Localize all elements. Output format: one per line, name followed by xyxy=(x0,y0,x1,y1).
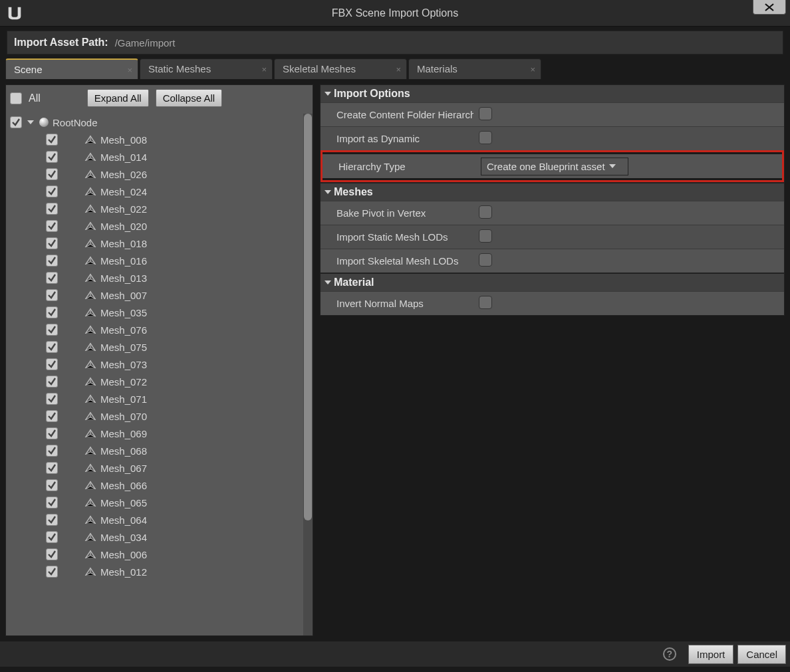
node-checkbox[interactable] xyxy=(46,531,58,543)
import-button[interactable]: Import xyxy=(688,645,734,664)
node-checkbox[interactable] xyxy=(46,220,58,232)
scrollbar-thumb[interactable] xyxy=(304,114,312,520)
tree-row[interactable]: Mesh_022 xyxy=(9,200,303,217)
tree-root-row[interactable]: RootNode xyxy=(9,114,303,131)
static-mesh-icon xyxy=(84,238,96,249)
tree-row[interactable]: Mesh_006 xyxy=(9,546,303,563)
node-checkbox[interactable] xyxy=(46,376,58,388)
node-checkbox[interactable] xyxy=(10,116,22,128)
tree-row[interactable]: Mesh_069 xyxy=(9,425,303,442)
static-mesh-icon xyxy=(84,549,96,560)
static-mesh-icon xyxy=(84,152,96,162)
static-lods-checkbox[interactable] xyxy=(479,229,492,243)
tree-row[interactable]: Mesh_008 xyxy=(9,131,303,148)
tab-scene[interactable]: Scene × xyxy=(5,58,138,79)
expand-all-button[interactable]: Expand All xyxy=(87,89,149,107)
skeletal-lods-checkbox[interactable] xyxy=(479,253,492,267)
tree-row[interactable]: Mesh_035 xyxy=(9,304,303,321)
node-checkbox[interactable] xyxy=(46,445,58,457)
tree-row[interactable]: Mesh_024 xyxy=(9,183,303,200)
tree-row[interactable]: Mesh_068 xyxy=(9,442,303,459)
import-as-dynamic-checkbox[interactable] xyxy=(479,131,492,144)
static-mesh-icon xyxy=(84,290,96,300)
import-as-dynamic-row: Import as Dynamic xyxy=(321,126,784,150)
all-checkbox[interactable] xyxy=(10,92,22,104)
node-checkbox[interactable] xyxy=(46,548,58,560)
hierarchy-type-dropdown[interactable]: Create one Blueprint asset xyxy=(481,158,628,175)
node-checkbox[interactable] xyxy=(46,497,58,508)
node-label: Mesh_071 xyxy=(100,393,147,405)
cancel-button[interactable]: Cancel xyxy=(737,645,786,664)
node-checkbox[interactable] xyxy=(46,341,58,353)
node-label: Mesh_034 xyxy=(100,532,147,543)
node-checkbox[interactable] xyxy=(46,427,58,439)
tree-row[interactable]: Mesh_013 xyxy=(9,269,303,286)
node-checkbox[interactable] xyxy=(46,168,58,180)
close-icon[interactable]: × xyxy=(530,64,535,74)
node-checkbox[interactable] xyxy=(46,479,58,491)
help-button[interactable]: ? xyxy=(663,647,676,661)
node-checkbox[interactable] xyxy=(46,324,58,336)
node-checkbox[interactable] xyxy=(46,410,58,422)
node-checkbox[interactable] xyxy=(46,237,58,249)
tree-row[interactable]: Mesh_007 xyxy=(9,286,303,304)
node-checkbox[interactable] xyxy=(46,185,58,197)
import-path-value[interactable]: /Game/import xyxy=(115,37,176,49)
static-mesh-icon xyxy=(84,376,96,387)
bake-pivot-checkbox[interactable] xyxy=(479,205,492,219)
static-lods-row: Import Static Mesh LODs xyxy=(321,225,784,249)
scene-tree[interactable]: RootNodeMesh_008Mesh_014Mesh_026Mesh_024… xyxy=(6,114,303,635)
tree-row[interactable]: Mesh_016 xyxy=(9,252,303,269)
tree-row[interactable]: Mesh_070 xyxy=(9,407,303,425)
prop-label: Create Content Folder Hierarchy xyxy=(321,109,473,120)
node-checkbox[interactable] xyxy=(46,151,58,163)
node-checkbox[interactable] xyxy=(46,306,58,318)
section-header[interactable]: Import Options xyxy=(321,85,784,102)
node-checkbox[interactable] xyxy=(46,462,58,474)
close-icon[interactable]: × xyxy=(127,64,132,74)
create-content-folder-checkbox[interactable] xyxy=(479,107,492,120)
invert-normal-checkbox[interactable] xyxy=(479,296,492,309)
tree-row[interactable]: Mesh_075 xyxy=(9,338,303,356)
node-checkbox[interactable] xyxy=(46,272,58,284)
tree-row[interactable]: Mesh_073 xyxy=(9,356,303,373)
tab-skeletal-meshes[interactable]: Skeletal Meshes × xyxy=(274,58,407,79)
tree-row[interactable]: Mesh_026 xyxy=(9,166,303,183)
section-title: Import Options xyxy=(334,88,410,100)
tree-row[interactable]: Mesh_065 xyxy=(9,494,303,511)
expand-icon[interactable] xyxy=(27,120,34,124)
tree-row[interactable]: Mesh_071 xyxy=(9,390,303,407)
node-label: Mesh_076 xyxy=(100,324,147,336)
node-checkbox[interactable] xyxy=(46,203,58,215)
tab-materials[interactable]: Materials × xyxy=(408,58,541,79)
window-title: FBX Scene Import Options xyxy=(332,7,458,19)
close-icon[interactable]: × xyxy=(396,64,401,74)
node-checkbox[interactable] xyxy=(46,289,58,301)
tree-row[interactable]: Mesh_018 xyxy=(9,235,303,252)
node-checkbox[interactable] xyxy=(46,134,58,146)
unreal-logo-icon xyxy=(0,0,29,27)
node-checkbox[interactable] xyxy=(46,358,58,370)
tree-row[interactable]: Mesh_020 xyxy=(9,217,303,235)
tree-row[interactable]: Mesh_067 xyxy=(9,459,303,477)
tree-row[interactable]: Mesh_064 xyxy=(9,511,303,528)
section-header[interactable]: Material xyxy=(321,274,784,291)
node-checkbox[interactable] xyxy=(46,393,58,405)
tree-scrollbar[interactable] xyxy=(303,114,313,635)
tree-row[interactable]: Mesh_076 xyxy=(9,321,303,338)
tree-row[interactable]: Mesh_072 xyxy=(9,373,303,390)
static-mesh-icon xyxy=(84,532,96,542)
node-checkbox[interactable] xyxy=(46,514,58,526)
tab-static-meshes[interactable]: Static Meshes × xyxy=(140,58,273,79)
static-mesh-icon xyxy=(84,307,96,318)
node-checkbox[interactable] xyxy=(46,255,58,267)
close-icon[interactable]: × xyxy=(261,64,267,74)
tree-row[interactable]: Mesh_012 xyxy=(9,563,303,580)
node-checkbox[interactable] xyxy=(46,566,58,578)
tree-row[interactable]: Mesh_034 xyxy=(9,528,303,546)
tree-row[interactable]: Mesh_066 xyxy=(9,477,303,494)
tree-row[interactable]: Mesh_014 xyxy=(9,148,303,166)
section-header[interactable]: Meshes xyxy=(321,183,784,201)
close-button[interactable] xyxy=(753,0,786,15)
collapse-all-button[interactable]: Collapse All xyxy=(156,89,222,107)
